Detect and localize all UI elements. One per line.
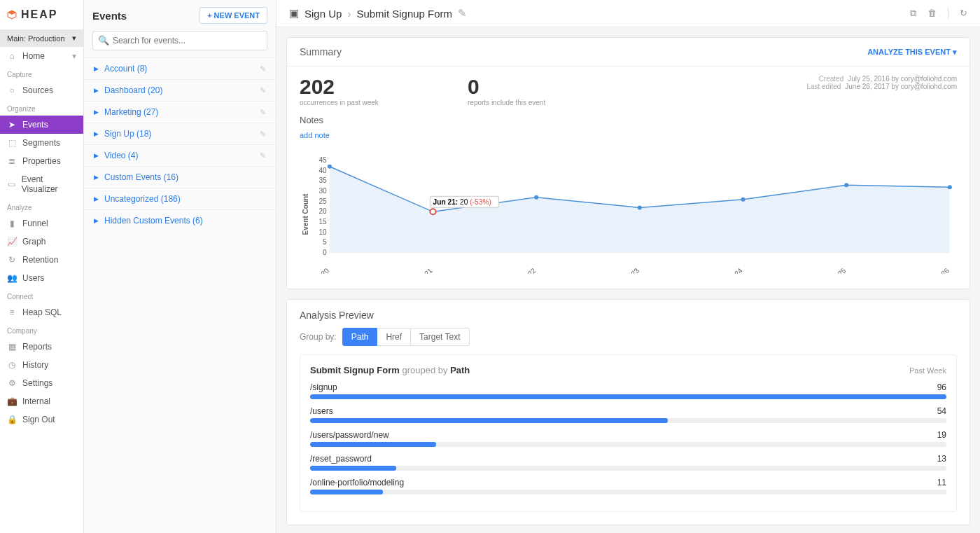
edit-icon[interactable]: ✎ xyxy=(260,130,266,139)
search-icon: 🔍 xyxy=(98,35,109,46)
nav-item-label: Properties xyxy=(22,156,61,166)
event-group[interactable]: ▶Sign Up (18)✎ xyxy=(84,123,276,144)
event-group-label: Video (4) xyxy=(104,151,138,160)
nav-section-label: Organize xyxy=(0,99,83,116)
nav-section-label: Analyze xyxy=(0,198,83,214)
stat-value: 0 xyxy=(468,75,636,99)
chevron-down-icon: ▾ xyxy=(72,34,76,43)
stat-occurrences: 202 occurrences in past week xyxy=(300,75,468,106)
nav-item-events[interactable]: ➤Events xyxy=(0,116,83,134)
svg-text:Jun 26: Jun 26 xyxy=(930,266,951,274)
nav-item-properties[interactable]: ≣Properties xyxy=(0,152,83,170)
nav-item-label: Funnel xyxy=(22,219,48,228)
event-group[interactable]: ▶Video (4)✎ xyxy=(84,144,276,166)
event-group-label: Dashboard (20) xyxy=(104,85,162,95)
nav-item-segments[interactable]: ⬚Segments xyxy=(0,134,83,152)
env-selector[interactable]: Main: Production ▾ xyxy=(0,29,83,47)
nav-item-heap-sql[interactable]: ≡Heap SQL xyxy=(0,303,83,321)
edit-icon[interactable]: ✎ xyxy=(260,86,266,95)
home-icon: ⌂ xyxy=(7,51,17,61)
stat-label: occurrences in past week xyxy=(300,99,468,106)
breadcrumb-parent[interactable]: Sign Up xyxy=(304,8,342,20)
chevron-right-icon: ▶ xyxy=(94,130,99,137)
nav-item-funnel[interactable]: ▮Funnel xyxy=(0,214,83,233)
event-group-label: Hidden Custom Events (6) xyxy=(104,216,203,226)
events-panel: Events + NEW EVENT 🔍 ▶Account (8)✎▶Dashb… xyxy=(84,0,276,533)
svg-text:40: 40 xyxy=(318,167,327,174)
groupby-tab-target-text[interactable]: Target Text xyxy=(411,328,469,346)
form-icon: ▣ xyxy=(289,7,299,20)
search-input[interactable] xyxy=(92,31,267,50)
analysis-bar-row: /users54 xyxy=(310,406,946,423)
nav-home-label: Home xyxy=(22,51,45,61)
summary-card: Summary ANALYZE THIS EVENT ▾ 202 occurre… xyxy=(286,37,970,289)
event-group-label: Marketing (27) xyxy=(104,107,158,117)
svg-text:5: 5 xyxy=(323,238,327,246)
event-group[interactable]: ▶Custom Events (16) xyxy=(84,166,276,188)
copy-icon[interactable]: ⧉ xyxy=(910,8,916,19)
nav-item-sources[interactable]: ○Sources xyxy=(0,81,83,99)
analysis-inner: Submit Signup Form grouped by Path Past … xyxy=(300,354,957,512)
cursor-icon: ➤ xyxy=(7,120,17,130)
bar-track xyxy=(310,418,946,423)
analysis-bar-row: /reset_password13 xyxy=(310,454,946,471)
nav-home[interactable]: ⌂ Home ▾ xyxy=(0,47,83,65)
bar-path: /signup xyxy=(310,382,337,392)
bar-value: 11 xyxy=(937,478,946,487)
nav-item-label: History xyxy=(22,360,48,370)
analysis-bar-row: /users/password/new19 xyxy=(310,430,946,447)
analysis-bar-row: /signup96 xyxy=(310,382,946,399)
nav-item-event-visualizer[interactable]: ▭Event Visualizer xyxy=(0,170,83,198)
cube-icon: ⬚ xyxy=(7,138,17,148)
nav-item-sign-out[interactable]: 🔒Sign Out xyxy=(0,410,83,429)
nav-item-reports[interactable]: ▦Reports xyxy=(0,338,83,356)
svg-point-18 xyxy=(844,183,848,187)
svg-text:Jun 20: Jun 20 xyxy=(310,266,331,274)
svg-text:Jun 23: Jun 23 xyxy=(620,266,641,274)
stat-label: reports include this event xyxy=(468,99,636,106)
chevron-right-icon: ▶ xyxy=(94,109,99,116)
nav-item-graph[interactable]: 📈Graph xyxy=(0,233,83,251)
svg-text:35: 35 xyxy=(318,176,327,184)
svg-point-15 xyxy=(534,195,538,200)
bar-fill xyxy=(310,418,668,423)
event-group-label: Custom Events (16) xyxy=(104,172,178,182)
lock-icon: 🔒 xyxy=(7,415,17,424)
groupby-tab-path[interactable]: Path xyxy=(342,328,378,346)
bar-track xyxy=(310,490,946,494)
add-note-link[interactable]: add note xyxy=(287,128,969,148)
svg-text:30: 30 xyxy=(318,187,327,195)
nav-item-users[interactable]: 👥Users xyxy=(0,269,83,287)
edit-icon[interactable]: ✎ xyxy=(260,108,266,117)
edit-icon[interactable]: ✎ xyxy=(458,7,467,20)
history-icon[interactable]: ↻ xyxy=(948,8,967,19)
event-group[interactable]: ▶Dashboard (20)✎ xyxy=(84,79,276,101)
stat-reports: 0 reports include this event xyxy=(468,75,636,106)
nav-item-settings[interactable]: ⚙Settings xyxy=(0,374,83,392)
nav-item-internal[interactable]: 💼Internal xyxy=(0,392,83,410)
delete-icon[interactable]: 🗑 xyxy=(927,8,937,19)
analysis-period: Past Week xyxy=(909,366,946,375)
bar-track xyxy=(310,466,946,471)
event-group[interactable]: ▶Marketing (27)✎ xyxy=(84,101,276,123)
event-group[interactable]: ▶Account (8)✎ xyxy=(84,57,276,79)
svg-text:Jun 21: 20 (-53%): Jun 21: 20 (-53%) xyxy=(433,198,491,206)
users-icon: 👥 xyxy=(7,273,17,283)
nav-item-history[interactable]: ◷History xyxy=(0,356,83,374)
svg-text:Event Count: Event Count xyxy=(302,193,309,235)
event-group[interactable]: ▶Uncategorized (186) xyxy=(84,188,276,209)
event-group[interactable]: ▶Hidden Custom Events (6) xyxy=(84,209,276,231)
nav-section-label: Connect xyxy=(0,287,83,303)
svg-text:Jun 21: Jun 21 xyxy=(413,266,434,274)
bar-track xyxy=(310,394,946,399)
bar-fill xyxy=(310,442,436,447)
analyze-event-link[interactable]: ANALYZE THIS EVENT ▾ xyxy=(867,48,957,57)
svg-text:20: 20 xyxy=(318,207,327,215)
new-event-button[interactable]: + NEW EVENT xyxy=(200,7,267,24)
event-count-chart: Event Count051015202530354045Jun 20Jun 2… xyxy=(287,148,969,289)
groupby-tab-href[interactable]: Href xyxy=(377,328,411,346)
edit-icon[interactable]: ✎ xyxy=(260,151,266,160)
bar-fill xyxy=(310,394,946,399)
edit-icon[interactable]: ✎ xyxy=(260,64,266,74)
nav-item-retention[interactable]: ↻Retention xyxy=(0,251,83,269)
